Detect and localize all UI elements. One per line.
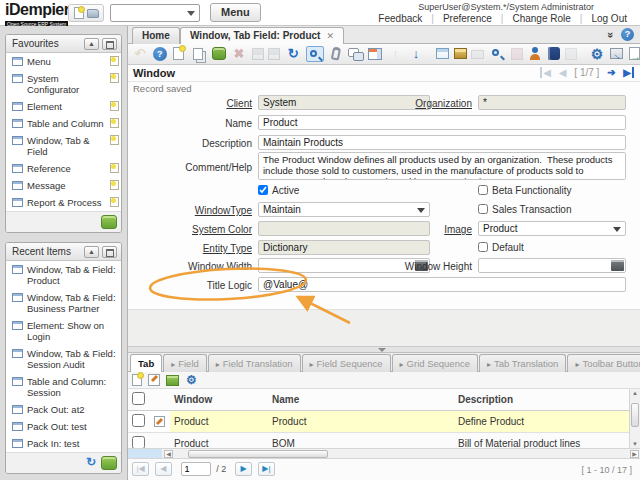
column-window[interactable]: Window [170,389,268,411]
menu-button[interactable]: Menu [210,3,261,22]
tab-toolbar-button[interactable]: Toolbar Button [567,354,640,372]
history-icon[interactable] [436,48,449,59]
help-icon[interactable]: ? [153,47,167,61]
recent-item[interactable]: Element: Show on Login [6,317,121,345]
note-icon[interactable] [110,73,119,83]
recent-item[interactable]: Window, Tab & Field: Business Partner [6,289,121,317]
sidebar-item-reference[interactable]: Reference [6,160,121,177]
comment-help-field[interactable]: The Product Window defines all products … [258,152,626,180]
logout-link[interactable]: Log Out [582,13,636,24]
new-window-icon[interactable] [74,7,84,19]
scroll-left-icon[interactable]: ◀ [164,450,173,458]
recent-item[interactable]: Window, Tab & Field: Session Audit [6,345,121,373]
next-record-icon[interactable]: ➔ [607,67,615,78]
scroll-right-icon[interactable]: ▶ [630,450,639,458]
scrollbar-thumb[interactable] [188,450,328,458]
new-record-icon[interactable] [173,47,184,60]
file-import-icon[interactable] [629,47,640,60]
recent-item[interactable]: Pack Out: at2 [6,401,121,418]
trash-bin-icon[interactable] [101,215,117,229]
tab-field-translation[interactable]: Field Translation [208,354,301,372]
last-record-icon[interactable]: ▶ [623,67,634,78]
sidebar-item-report-process[interactable]: Report & Process [6,194,121,211]
tab-grid-sequence[interactable]: Grid Sequence [392,354,478,372]
image-select[interactable]: Product [478,221,626,236]
zoom-across-icon[interactable] [511,48,523,60]
chat-icon[interactable] [348,46,364,62]
tab-field[interactable]: Field [163,354,207,372]
change-role-link[interactable]: Change Role [503,13,579,24]
collapse-all-icon[interactable]: » [605,32,617,38]
edit-record-icon[interactable] [148,374,160,386]
recent-item[interactable]: Window, Tab & Field: Product [6,261,121,289]
active-checkbox[interactable] [258,185,268,195]
detail-record-icon[interactable]: ↓ [408,46,424,62]
tab-field-sequence[interactable]: Field Sequence [302,354,391,372]
sidebar-item-table-and-column[interactable]: Table and Column [6,115,121,132]
tab-home[interactable]: Home [132,27,180,44]
note-icon[interactable] [110,118,119,128]
delete-selected-icon[interactable]: ✖ [231,46,247,62]
column-name[interactable]: Name [268,389,454,411]
default-checkbox[interactable] [478,242,488,252]
find-icon[interactable] [306,46,324,62]
window-type-label[interactable]: WindowType [128,202,252,216]
process-icon[interactable]: ⚙ [589,46,605,62]
client-label[interactable]: Client [128,95,252,109]
export-icon[interactable] [610,48,623,59]
sidebar-item-window-tab-field[interactable]: Window, Tab & Field [6,132,121,160]
recent-item[interactable]: Pack In: test [6,435,121,452]
toggle-grid-icon[interactable] [368,48,382,60]
sidebar-item-element[interactable]: Element [6,98,121,115]
undo-icon[interactable]: ↶ [132,46,148,62]
first-page-icon[interactable]: |◀ [132,462,149,476]
copy-record-icon[interactable] [193,48,203,60]
detach-panel-icon[interactable] [102,38,117,50]
collapse-panel-icon[interactable]: ▲ [84,38,99,50]
new-record-icon[interactable] [132,374,142,386]
help-icon[interactable]: ? [621,28,634,41]
recent-item[interactable]: Table and Column: Session [6,373,121,401]
tab-tab-translation[interactable]: Tab Translation [479,354,566,372]
trash-bin-icon[interactable] [101,456,117,470]
delete-record-icon[interactable] [166,375,179,386]
preference-link[interactable]: Preference [434,13,501,24]
horizontal-scrollbar[interactable]: ◀ ▶ [128,448,640,459]
previous-page-icon[interactable]: ◀ [155,462,172,476]
name-field[interactable]: Product [258,115,626,130]
print-preview-icon[interactable] [489,46,506,62]
recent-item[interactable]: Pack Out: test [6,418,121,435]
detach-panel-icon[interactable] [102,246,117,258]
splitter-grip-icon[interactable] [378,348,386,352]
organization-label[interactable]: Organization [400,95,472,109]
beta-functionality-checkbox[interactable] [478,185,488,195]
next-page-icon[interactable]: ▶ [235,462,252,476]
check-icon[interactable] [565,48,577,60]
note-icon[interactable] [110,101,119,111]
sidebar-item-message[interactable]: Message [6,177,121,194]
archive-icon[interactable] [454,48,467,59]
title-logic-field[interactable]: @Value@ [258,277,626,292]
window-height-field[interactable] [478,258,626,273]
entity-type-label[interactable]: Entity Type [128,240,252,254]
feedback-link[interactable]: Feedback [369,13,431,24]
vertical-scrollbar[interactable]: ▲ ▼ [629,389,640,448]
scroll-down-icon[interactable]: ▼ [632,441,638,447]
save-icon[interactable] [252,48,264,60]
tab-window-tab-field-product[interactable]: Window, Tab Field: Product✕ [180,27,344,44]
edit-row-icon[interactable] [154,416,165,427]
requests-icon[interactable] [548,47,560,60]
last-page-icon[interactable]: ▶| [258,462,275,476]
sales-transaction-checkbox[interactable] [478,204,488,214]
parent-record-icon[interactable]: ↑ [387,46,403,62]
table-row[interactable]: Product Product Define Product [128,411,629,433]
attachment-icon[interactable] [331,46,342,60]
quick-search-combobox[interactable] [110,4,200,22]
first-record-icon[interactable]: ◀ [540,67,551,78]
save-create-new-icon[interactable] [268,48,280,60]
page-number-input[interactable] [181,462,211,476]
collapse-panel-icon[interactable]: ▲ [84,246,99,258]
previous-record-icon[interactable]: ◀ [559,67,567,78]
open-folder-icon[interactable] [87,9,99,18]
image-label[interactable]: Image [400,221,472,235]
